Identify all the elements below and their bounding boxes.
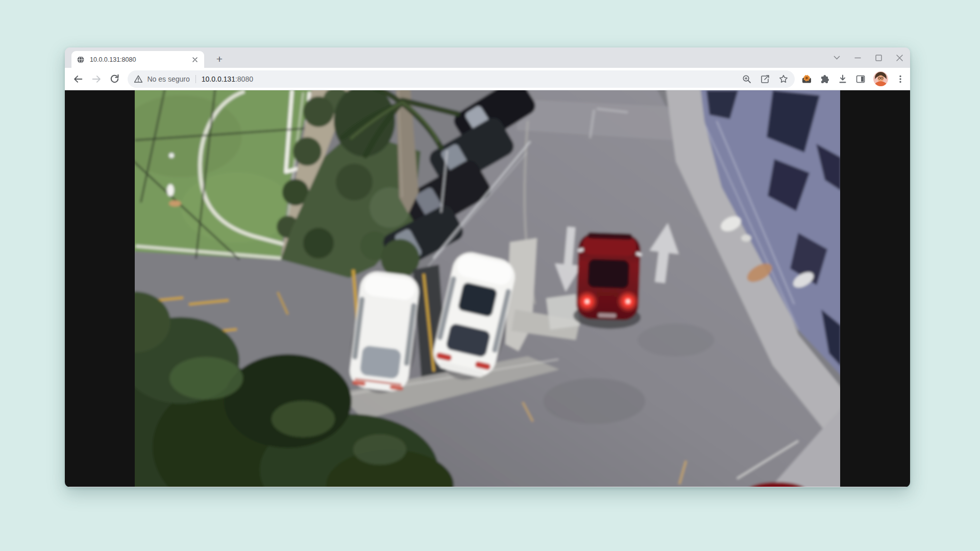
extension-orange-icon[interactable] [801, 73, 812, 84]
extensions-puzzle-icon[interactable] [820, 74, 830, 84]
browser-window: 10.0.0.131:8080 + [65, 47, 910, 487]
chevron-down-icon[interactable] [833, 54, 840, 61]
camera-stream-frame [135, 90, 840, 487]
omnibox-divider [195, 75, 196, 83]
reload-icon[interactable] [107, 71, 122, 87]
url-host: 10.0.0.131 [202, 75, 235, 83]
profile-avatar[interactable] [873, 71, 888, 86]
close-icon[interactable] [896, 54, 903, 61]
zoom-icon[interactable] [742, 74, 752, 84]
menu-kebab-icon[interactable] [896, 74, 905, 84]
download-icon[interactable] [838, 74, 848, 84]
globe-icon [77, 56, 85, 64]
page-content [65, 90, 910, 487]
tab-title: 10.0.0.131:8080 [90, 56, 190, 63]
url-port: :8080 [235, 75, 253, 83]
toolbar-extensions-area [801, 71, 905, 86]
security-label: No es seguro [147, 75, 189, 83]
tab-active[interactable]: 10.0.0.131:8080 [71, 51, 204, 68]
warning-triangle-icon[interactable] [134, 74, 143, 84]
camera-stream [135, 90, 840, 487]
maximize-icon[interactable] [875, 54, 882, 61]
share-icon[interactable] [760, 74, 770, 84]
new-tab-button[interactable]: + [212, 52, 227, 67]
forward-icon[interactable] [89, 71, 104, 87]
tab-close-icon[interactable] [190, 55, 199, 64]
back-icon[interactable] [70, 71, 86, 87]
window-controls [833, 52, 903, 63]
side-panel-icon[interactable] [855, 74, 866, 84]
bookmark-star-icon[interactable] [778, 74, 789, 84]
browser-toolbar: No es seguro 10.0.0.131 :8080 [65, 68, 910, 90]
minimize-icon[interactable] [854, 54, 861, 61]
address-bar[interactable]: No es seguro 10.0.0.131 :8080 [128, 70, 795, 88]
tab-strip: 10.0.0.131:8080 + [65, 47, 910, 68]
